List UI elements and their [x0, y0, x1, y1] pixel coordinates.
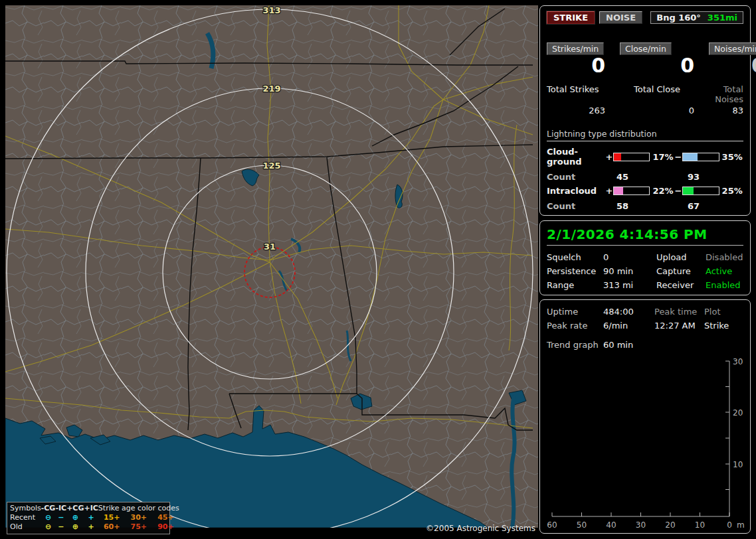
ic-positive-count: 58 — [616, 201, 688, 211]
bearing-distance: 351mi — [708, 13, 737, 23]
cg-positive-bar — [613, 153, 650, 161]
intracloud-row: Intracloud + 22% − 25% — [547, 186, 743, 196]
intracloud-count-row: Count 58 67 — [547, 201, 743, 211]
ring-label-219: 219 — [262, 84, 280, 94]
ic-positive-bar — [613, 187, 650, 195]
noises-per-min-label: Noises/min — [709, 42, 756, 55]
capture-status: Active — [706, 266, 743, 276]
distribution-title: Lightning type distribution — [547, 129, 743, 141]
legend-age-header: Strike age color codes — [98, 504, 179, 513]
receiver-status: Enabled — [706, 280, 743, 290]
y-tick-30: 30 — [733, 357, 743, 366]
cg-count-label: Count — [547, 172, 616, 182]
uptime-label: Uptime — [547, 307, 603, 317]
capture-label: Capture — [656, 266, 706, 276]
ic-negative-count: 67 — [688, 201, 700, 211]
cg-negative-bar — [682, 153, 719, 161]
age-15: 15+ — [98, 513, 126, 522]
y-tick-10: 10 — [733, 460, 743, 469]
cg-negative-pct: 35% — [722, 152, 743, 162]
datetime-display: 2/1/2026 4:14:56 PM — [547, 225, 743, 246]
trend-graph-label: Trend graph — [547, 340, 603, 350]
age-30: 30+ — [125, 513, 152, 522]
ring-label-313: 313 — [262, 5, 280, 15]
app-window: { "map": { "ring_labels": { "r313": "313… — [0, 0, 756, 539]
upload-label: Upload — [656, 252, 706, 262]
persistence-value: 90 min — [603, 266, 656, 276]
total-noises-label: Total Noises — [709, 84, 743, 104]
squelch-value: 0 — [603, 252, 656, 262]
x-tick-10: 10 — [695, 520, 705, 530]
upload-status: Disabled — [706, 252, 743, 262]
range-value: 313 mi — [603, 280, 656, 290]
ring-label-125: 125 — [262, 161, 280, 171]
ic-negative-bar — [682, 187, 719, 195]
y-tick-20: 20 — [733, 408, 743, 418]
cg-positive-pct: 17% — [652, 152, 674, 162]
legend-col-neg-cg: -CG — [41, 504, 56, 513]
neg-ic-recent-icon: − — [55, 513, 66, 522]
strikes-per-min-value: 0 — [547, 55, 605, 76]
cg-negative-bar-fill — [683, 153, 697, 161]
cloud-ground-row: Cloud-ground + 17% − 35% — [547, 147, 743, 167]
trend-panel: Uptime 484:00 Peak time Plot Peak rate 6… — [539, 299, 751, 534]
counters-panel: STRIKE NOISE Bng 160°351mi Strikes/min C… — [539, 5, 751, 216]
squelch-label: Squelch — [547, 252, 603, 262]
map-svg: 313 219 125 31 — [5, 5, 538, 528]
ic-positive-pct: 22% — [652, 186, 674, 196]
age-45: 45+ — [152, 513, 179, 522]
cloud-ground-label: Cloud-ground — [547, 147, 605, 167]
ic-positive-bar-fill — [614, 187, 623, 194]
close-per-min-label: Close/min — [620, 42, 672, 55]
persistence-label: Persistence — [547, 266, 603, 276]
x-tick-20: 20 — [665, 520, 675, 530]
total-close-value: 0 — [620, 106, 694, 116]
x-axis-unit: min — [737, 520, 745, 530]
bearing-label: Bng 160° — [656, 13, 701, 23]
bearing-readout: Bng 160°351mi — [650, 11, 743, 24]
noise-button[interactable]: NOISE — [599, 11, 642, 24]
cg-positive-bar-fill — [614, 153, 621, 161]
close-per-min-value: 0 — [620, 55, 694, 76]
total-noises-value: 83 — [709, 106, 743, 116]
legend-col-pos-ic: +IC — [84, 504, 98, 513]
noises-per-min-value: 0 — [709, 55, 756, 76]
cg-negative-count: 93 — [688, 172, 700, 182]
uptime-value: 484:00 — [603, 307, 654, 317]
ic-negative-pct: 25% — [722, 186, 743, 196]
ic-negative-bar-fill — [683, 187, 694, 194]
cloud-ground-count-row: Count 45 93 — [547, 172, 743, 182]
legend-header-row: Symbols -CG -IC +CG +IC Strike age color… — [10, 504, 179, 513]
peak-time-value: 12:27 AM — [654, 321, 704, 331]
trend-graph: 30 20 10 60 50 40 30 20 10 0 min — [545, 356, 745, 530]
plus-sign: + — [605, 152, 613, 162]
pos-cg-recent-icon: ⊕ — [66, 513, 84, 522]
plus-sign: + — [605, 186, 613, 196]
total-strikes-value: 263 — [547, 106, 605, 116]
plot-label: Plot — [704, 307, 743, 317]
intracloud-label: Intracloud — [547, 186, 605, 196]
lightning-map[interactable]: 313 219 125 31 — [5, 5, 538, 528]
ring-label-31: 31 — [264, 242, 276, 252]
minus-sign: − — [674, 152, 682, 162]
neg-cg-recent-icon: ⊖ — [41, 513, 56, 522]
total-close-label: Total Close — [620, 84, 694, 104]
strike-button[interactable]: STRIKE — [547, 11, 595, 24]
legend-symbols-header: Symbols — [10, 504, 41, 513]
legend-col-neg-ic: -IC — [55, 504, 66, 513]
status-panel: 2/1/2026 4:14:56 PM Squelch 0 Upload Dis… — [539, 220, 751, 295]
peak-rate-label: Peak rate — [547, 321, 603, 331]
x-tick-30: 30 — [636, 520, 646, 530]
trend-window-value: 60 min — [603, 340, 743, 350]
x-tick-60: 60 — [547, 520, 557, 530]
x-tick-40: 40 — [606, 520, 616, 530]
legend-recent-label: Recent — [10, 513, 41, 522]
peak-time-label: Peak time — [654, 307, 704, 317]
x-tick-50: 50 — [577, 520, 587, 530]
legend-recent-row: Recent ⊖ − ⊕ + 15+ 30+ 45+ — [10, 513, 179, 522]
receiver-label: Receiver — [656, 280, 706, 290]
plot-value: Strike — [704, 321, 743, 331]
minus-sign: − — [674, 186, 682, 196]
ic-count-label: Count — [547, 201, 616, 211]
cg-positive-count: 45 — [616, 172, 688, 182]
